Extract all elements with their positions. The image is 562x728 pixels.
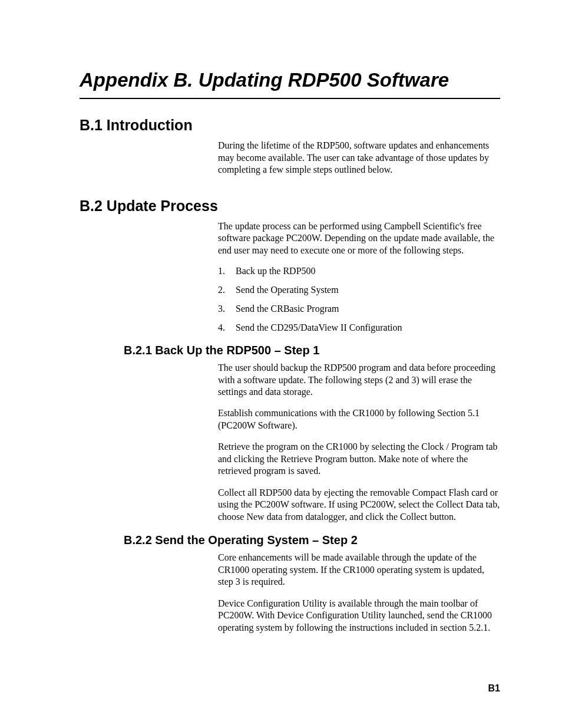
section-b21-heading: B.2.1 Back Up the RDP500 – Step 1 [124, 344, 500, 357]
list-text: Send the Operating System [236, 285, 339, 295]
section-b2-heading: B.2 Update Process [80, 197, 500, 215]
section-b21-p3: Retrieve the program on the CR1000 by se… [218, 441, 500, 477]
list-num: 1. [218, 266, 236, 276]
page-content: Appendix B. Updating RDP500 Software B.1… [0, 0, 562, 678]
section-b1-heading: B.1 Introduction [80, 117, 500, 134]
list-item: 4. Send the CD295/DataView II Configurat… [218, 322, 500, 333]
list-text: Send the CRBasic Program [236, 304, 339, 314]
section-b1-paragraph: During the lifetime of the RDP500, softw… [218, 140, 500, 176]
list-num: 3. [218, 304, 236, 314]
update-steps-list: 1. Back up the RDP500 2. Send the Operat… [218, 266, 500, 333]
list-num: 2. [218, 285, 236, 295]
spacer [80, 186, 500, 197]
page-number: B1 [488, 683, 500, 694]
section-b22-heading: B.2.2 Send the Operating System – Step 2 [124, 533, 500, 547]
section-b22-p1: Core enhancements will be made available… [218, 552, 500, 588]
list-text: Send the CD295/DataView II Configuration [236, 322, 402, 333]
section-b22-p2: Device Configuration Utility is availabl… [218, 598, 500, 634]
section-b2-paragraph: The update process can be performed usin… [218, 220, 500, 256]
list-item: 1. Back up the RDP500 [218, 266, 500, 276]
section-b21-p4: Collect all RDP500 data by ejecting the … [218, 487, 500, 523]
list-item: 2. Send the Operating System [218, 285, 500, 295]
appendix-title: Appendix B. Updating RDP500 Software [80, 68, 500, 99]
list-item: 3. Send the CRBasic Program [218, 304, 500, 314]
list-num: 4. [218, 322, 236, 333]
list-text: Back up the RDP500 [236, 266, 316, 276]
section-b21-p1: The user should backup the RDP500 progra… [218, 362, 500, 398]
section-b21-p2: Establish communications with the CR1000… [218, 407, 500, 431]
